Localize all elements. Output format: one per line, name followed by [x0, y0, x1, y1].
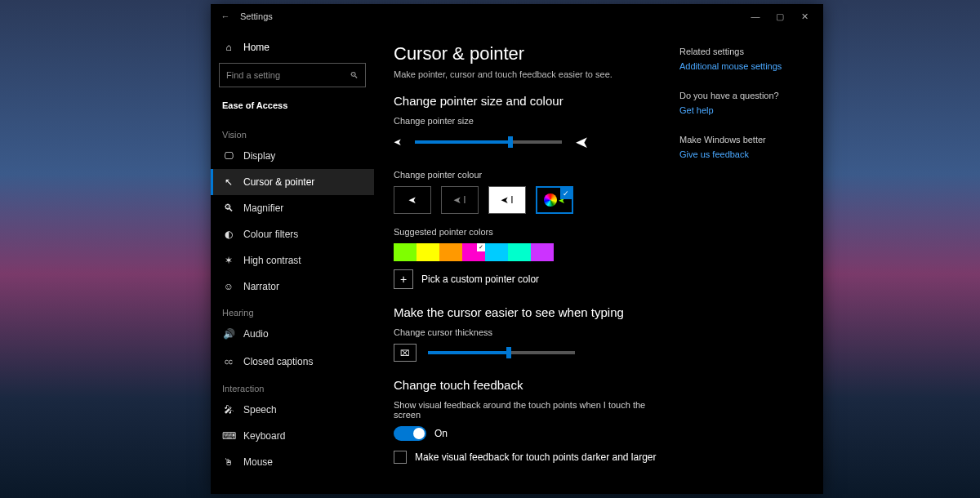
sidebar-item-closed-captions[interactable]: ㏄Closed captions	[211, 347, 374, 376]
pointer-colour-inverted[interactable]: ➤I	[488, 186, 526, 214]
breadcrumb: Ease of Access	[211, 96, 374, 122]
cursor-icon: ↖	[222, 176, 235, 188]
suggested-colors-label: Suggested pointer colors	[394, 227, 673, 237]
back-button[interactable]: ←	[217, 11, 234, 21]
home-link[interactable]: ⌂ Home	[211, 35, 374, 60]
check-icon: ✓	[560, 188, 572, 199]
magnifier-icon: 🔍︎	[222, 202, 235, 214]
section-touch-heading: Change touch feedback	[394, 378, 673, 392]
sidebar-item-mouse[interactable]: 🖱︎Mouse	[211, 449, 374, 475]
pick-custom-color[interactable]: + Pick a custom pointer color	[394, 269, 673, 289]
color-swatch[interactable]	[485, 243, 508, 261]
thickness-preview: ⌧	[394, 344, 416, 362]
group-hearing: Hearing	[211, 300, 374, 321]
get-help-link[interactable]: Get help	[679, 105, 804, 115]
settings-window: ← Settings — ▢ ✕ ⌂ Home Find a setting 🔍…	[211, 4, 823, 494]
main-content: Cursor & pointer Make pointer, cursor an…	[374, 29, 823, 494]
large-cursor-icon: ➤	[575, 132, 589, 152]
right-panel: Related settings Additional mouse settin…	[673, 43, 804, 479]
color-swatch[interactable]	[531, 243, 554, 261]
contrast-icon: ✶	[222, 255, 235, 266]
sidebar-item-magnifier[interactable]: 🔍︎Magnifier	[211, 195, 374, 221]
mouse-icon: 🖱︎	[222, 456, 235, 468]
touch-toggle-label: Show visual feedback around the touch po…	[394, 400, 673, 420]
speech-icon: 🎤︎	[222, 404, 235, 416]
sidebar: ⌂ Home Find a setting 🔍︎ Ease of Access …	[211, 29, 374, 494]
darker-larger-label: Make visual feedback for touch points da…	[415, 451, 657, 463]
question-heading: Do you have a question?	[679, 91, 804, 100]
color-swatch[interactable]	[416, 243, 439, 261]
color-wheel-icon	[544, 193, 557, 207]
page-subtitle: Make pointer, cursor and touch feedback …	[394, 69, 673, 79]
sidebar-item-narrator[interactable]: ☺Narrator	[211, 273, 374, 300]
filters-icon: ◐	[222, 229, 235, 240]
page-title: Cursor & pointer	[394, 43, 673, 64]
sidebar-item-display[interactable]: 🖵Display	[211, 143, 374, 169]
sidebar-item-audio[interactable]: 🔊Audio	[211, 321, 374, 347]
group-vision: Vision	[211, 122, 374, 143]
sidebar-item-cursor-pointer[interactable]: ↖Cursor & pointer	[211, 169, 374, 195]
pointer-size-label: Change pointer size	[394, 116, 673, 126]
toggle-state: On	[434, 428, 448, 439]
sidebar-item-high-contrast[interactable]: ✶High contrast	[211, 247, 374, 273]
pointer-colour-custom[interactable]: ➤✓	[536, 186, 573, 214]
close-button[interactable]: ✕	[792, 11, 817, 22]
maximize-button[interactable]: ▢	[768, 11, 792, 22]
keyboard-icon: ⌨	[222, 430, 235, 442]
color-swatch[interactable]	[439, 243, 462, 261]
check-icon: ✓	[477, 243, 485, 251]
make-better-heading: Make Windows better	[679, 135, 804, 145]
custom-color-label: Pick a custom pointer color	[421, 273, 539, 285]
home-icon: ⌂	[222, 42, 235, 53]
additional-mouse-settings-link[interactable]: Additional mouse settings	[679, 61, 804, 71]
pointer-colour-white[interactable]: ➤	[394, 186, 431, 214]
sidebar-item-keyboard[interactable]: ⌨Keyboard	[211, 423, 374, 449]
pointer-size-slider[interactable]	[415, 140, 562, 144]
search-icon: 🔍︎	[350, 70, 359, 80]
color-swatch[interactable]: ✓	[462, 243, 485, 261]
window-title: Settings	[240, 11, 273, 21]
minimize-button[interactable]: —	[743, 11, 768, 21]
display-icon: 🖵	[222, 150, 235, 162]
feedback-link[interactable]: Give us feedback	[679, 149, 804, 159]
color-swatch[interactable]	[394, 243, 416, 261]
home-label: Home	[243, 42, 270, 53]
darker-larger-checkbox[interactable]	[394, 451, 407, 464]
plus-icon: +	[394, 269, 413, 289]
group-interaction: Interaction	[211, 376, 374, 397]
narrator-icon: ☺	[222, 281, 235, 292]
search-input[interactable]: Find a setting 🔍︎	[219, 63, 366, 87]
cursor-thickness-label: Change cursor thickness	[394, 327, 673, 337]
cursor-thickness-slider[interactable]	[428, 351, 575, 354]
sidebar-item-colour-filters[interactable]: ◐Colour filters	[211, 221, 374, 247]
pointer-colour-black[interactable]: ➤I	[441, 186, 479, 214]
sidebar-item-speech[interactable]: 🎤︎Speech	[211, 397, 374, 423]
color-swatches: ✓	[394, 243, 673, 261]
section-cursor-heading: Make the cursor easier to see when typin…	[394, 305, 673, 319]
related-settings-heading: Related settings	[679, 47, 804, 56]
pointer-colour-label: Change pointer colour	[394, 170, 673, 180]
search-placeholder: Find a setting	[226, 70, 280, 80]
color-swatch[interactable]	[508, 243, 531, 261]
small-cursor-icon: ➤	[394, 136, 402, 148]
titlebar: ← Settings — ▢ ✕	[211, 4, 823, 29]
captions-icon: ㏄	[222, 354, 235, 368]
touch-feedback-toggle[interactable]	[394, 426, 426, 441]
audio-icon: 🔊	[222, 328, 235, 340]
section-size-colour-heading: Change pointer size and colour	[394, 94, 673, 108]
